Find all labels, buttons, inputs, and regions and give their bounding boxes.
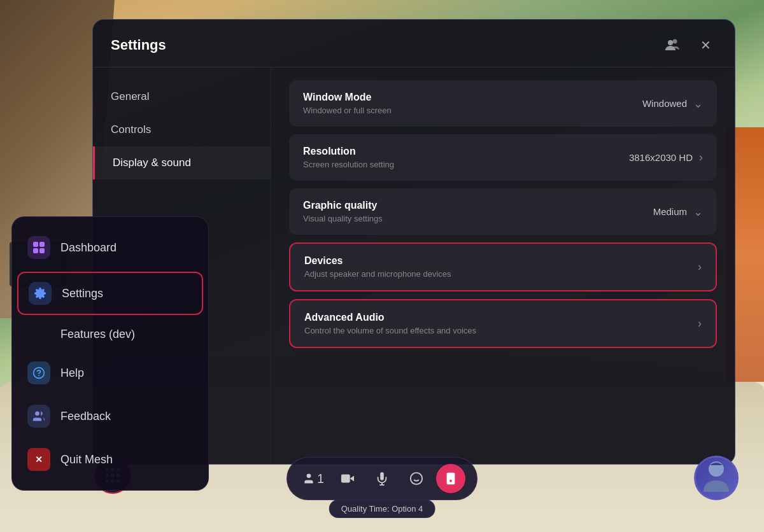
avatar-button[interactable] — [694, 456, 739, 500]
svg-point-7 — [38, 375, 39, 376]
menu-item-feedback[interactable]: Feedback — [12, 395, 208, 438]
emoji-button[interactable] — [402, 464, 431, 493]
side-menu: Dashboard Settings Features (dev) Help — [11, 216, 209, 491]
svg-point-13 — [411, 473, 422, 484]
chevron-right-icon-audio: › — [698, 317, 702, 330]
menu-item-help[interactable]: Help — [12, 351, 208, 395]
svg-point-0 — [668, 40, 673, 45]
settings-content: Window Mode Windowed or full screen Wind… — [271, 67, 735, 464]
user-count: 1 — [317, 472, 324, 486]
microphone-button[interactable] — [367, 464, 397, 493]
setting-row-right-graphic-quality: Medium ⌄ — [653, 205, 703, 219]
setting-row-window-mode[interactable]: Window Mode Windowed or full screen Wind… — [289, 80, 717, 127]
setting-row-right-devices: › — [698, 260, 702, 274]
avatar-figure — [701, 459, 732, 497]
quality-badge-text: Quality Time: Option 4 — [341, 504, 423, 514]
svg-rect-10 — [341, 475, 350, 483]
svg-rect-3 — [39, 242, 45, 247]
feedback-icon — [27, 405, 50, 428]
sidebar-item-controls[interactable]: Controls — [93, 113, 271, 146]
active-toolbar-button[interactable] — [436, 464, 465, 493]
svg-point-17 — [449, 480, 452, 482]
settings-header-actions: ✕ — [661, 34, 717, 57]
menu-item-quit[interactable]: ✕ Quit Mesh — [12, 438, 208, 481]
user-count-btn[interactable]: 1 — [299, 464, 328, 493]
profile-icon-btn[interactable] — [661, 34, 684, 57]
svg-point-8 — [35, 412, 39, 416]
dashboard-icon — [27, 236, 50, 259]
microphone-icon — [375, 472, 389, 486]
menu-item-feedback-label: Feedback — [60, 410, 111, 423]
setting-row-left-graphic-quality: Graphic quality Visual quality settings — [303, 200, 383, 223]
setting-row-right-resolution: 3816x2030 HD › — [629, 151, 703, 164]
sidebar-item-general[interactable]: General — [93, 80, 271, 113]
quit-icon: ✕ — [27, 448, 50, 471]
setting-row-resolution[interactable]: Resolution Screen resolution setting 381… — [289, 134, 717, 181]
camera-icon — [341, 472, 355, 486]
setting-row-left-advanced-audio: Advanced Audio Control the volume of sou… — [304, 312, 476, 335]
chevron-down-icon: ⌄ — [693, 97, 703, 111]
person-icon — [302, 472, 315, 485]
svg-point-1 — [673, 39, 677, 44]
close-button[interactable]: ✕ — [694, 34, 717, 57]
gear-icon — [29, 282, 52, 305]
setting-row-left-devices: Devices Adjust speaker and microphone de… — [304, 255, 451, 279]
menu-item-dashboard[interactable]: Dashboard — [12, 226, 208, 269]
camera-button[interactable] — [333, 464, 362, 493]
menu-item-quit-label: Quit Mesh — [60, 453, 113, 466]
menu-item-help-label: Help — [60, 367, 84, 380]
setting-row-right-advanced-audio: › — [698, 317, 702, 330]
chevron-down-icon-gq: ⌄ — [693, 205, 703, 219]
setting-row-right-window-mode: Windowed ⌄ — [642, 97, 703, 111]
share-icon — [444, 472, 458, 486]
svg-point-9 — [307, 474, 311, 479]
quality-badge: Quality Time: Option 4 — [329, 500, 435, 518]
menu-item-settings-label: Settings — [62, 287, 103, 300]
settings-panel-title: Settings — [111, 37, 166, 53]
settings-header: Settings ✕ — [93, 20, 735, 67]
chevron-right-icon-devices: › — [698, 260, 702, 274]
setting-row-graphic-quality[interactable]: Graphic quality Visual quality settings … — [289, 188, 717, 235]
svg-rect-4 — [33, 248, 38, 253]
svg-rect-5 — [39, 248, 45, 253]
menu-item-features-dev[interactable]: Features (dev) — [12, 318, 208, 351]
bottom-toolbar: 1 — [286, 457, 478, 500]
sidebar-item-display-sound[interactable]: Display & sound — [93, 146, 271, 179]
menu-item-settings[interactable]: Settings — [17, 272, 203, 315]
emoji-icon — [409, 472, 423, 486]
profile-icon — [665, 38, 680, 53]
menu-item-features-label: Features (dev) — [60, 328, 135, 341]
help-icon — [27, 361, 50, 384]
setting-row-left-resolution: Resolution Screen resolution setting — [303, 146, 394, 169]
svg-rect-2 — [33, 242, 38, 247]
setting-row-devices[interactable]: Devices Adjust speaker and microphone de… — [289, 242, 717, 291]
chevron-right-icon-resolution: › — [699, 151, 703, 164]
setting-row-advanced-audio[interactable]: Advanced Audio Control the volume of sou… — [289, 299, 717, 348]
menu-item-dashboard-label: Dashboard — [60, 241, 117, 255]
setting-row-left-window-mode: Window Mode Windowed or full screen — [303, 92, 392, 115]
